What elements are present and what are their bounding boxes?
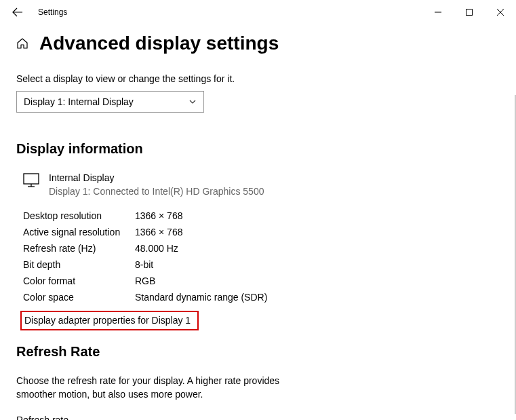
page-header: Advanced display settings [16,33,500,54]
display-information-heading: Display information [16,141,500,157]
info-value: 48.000 Hz [135,243,178,254]
minimize-button[interactable] [422,1,454,23]
titlebar: Settings [0,0,516,24]
maximize-button[interactable] [454,1,485,23]
home-icon [16,37,28,50]
window-title: Settings [38,7,67,17]
info-label: Color space [23,292,135,303]
maximize-icon [466,9,473,16]
info-value: 8-bit [135,259,153,270]
info-label: Refresh rate (Hz) [23,243,135,254]
monitor-icon [23,173,39,191]
table-row: Active signal resolution 1366 × 768 [23,227,500,237]
info-value: 1366 × 768 [135,227,182,237]
svg-rect-4 [24,174,39,184]
svg-rect-1 [467,9,473,16]
table-row: Refresh rate (Hz) 48.000 Hz [23,243,500,254]
minimize-icon [435,9,441,16]
info-value: 1366 × 768 [135,210,182,221]
table-row: Bit depth 8-bit [23,259,500,270]
chevron-down-icon [188,98,197,106]
info-value: RGB [135,275,155,286]
display-summary: Internal Display Display 1: Connected to… [23,172,500,198]
dropdown-selected-value: Display 1: Internal Display [24,96,134,107]
table-row: Color space Standard dynamic range (SDR) [23,292,500,303]
display-info-table: Desktop resolution 1366 × 768 Active sig… [23,210,500,303]
close-icon [497,9,504,16]
page-title: Advanced display settings [39,33,279,54]
window-controls [422,1,516,23]
select-prompt: Select a display to view or change the s… [16,73,500,84]
display-select-dropdown[interactable]: Display 1: Internal Display [16,91,204,113]
info-label: Bit depth [23,259,135,270]
info-label: Desktop resolution [23,210,135,221]
info-label: Color format [23,275,135,286]
refresh-rate-description: Choose the refresh rate for your display… [16,375,294,401]
refresh-rate-label: Refresh rate [16,415,500,420]
display-connected-text: Display 1: Connected to Intel(R) HD Grap… [49,185,264,199]
refresh-rate-heading: Refresh Rate [16,344,500,360]
info-label: Active signal resolution [23,227,135,237]
close-button[interactable] [485,1,516,23]
arrow-left-icon [12,7,23,18]
table-row: Color format RGB [23,275,500,286]
content-area: Advanced display settings Select a displ… [0,24,516,420]
table-row: Desktop resolution 1366 × 768 [23,210,500,221]
back-button[interactable] [5,0,30,24]
display-name: Internal Display [49,172,264,185]
home-button[interactable] [16,37,28,50]
info-value: Standard dynamic range (SDR) [135,292,267,303]
display-adapter-properties-link[interactable]: Display adapter properties for Display 1 [20,311,199,330]
